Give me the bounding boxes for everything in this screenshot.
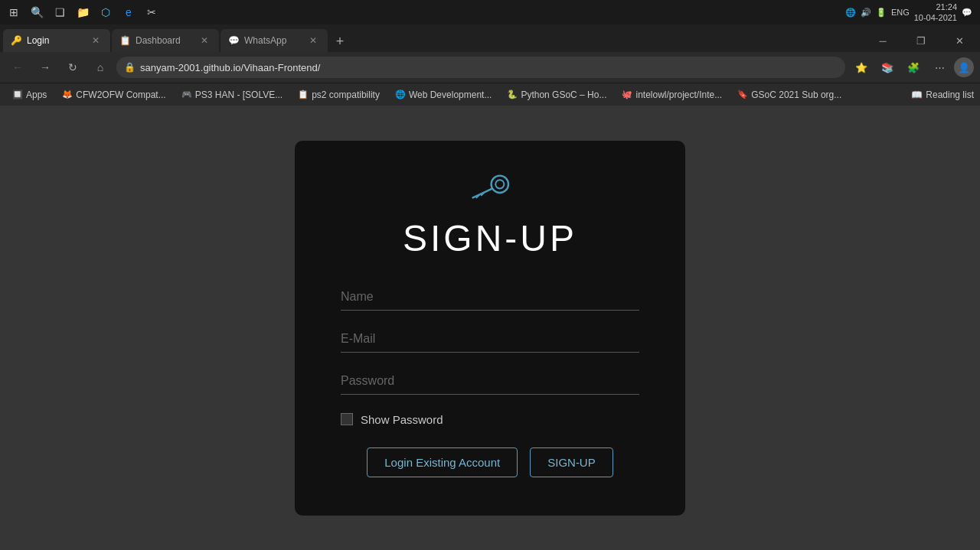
bookmark-ps2[interactable]: 📋 ps2 compatibility	[292, 88, 386, 102]
button-row: Login Existing Account SIGN-UP	[341, 447, 639, 477]
bookmark-gsoc[interactable]: 🔖 GSoC 2021 Sub org...	[731, 88, 848, 102]
file-explorer-button[interactable]: 📁	[72, 2, 93, 23]
svg-line-2	[473, 189, 492, 197]
profile-button[interactable]: 👤	[954, 57, 974, 77]
signup-card: SIGN-UP Show Password Login Existing Acc…	[295, 141, 685, 516]
lang-indicator: ENG	[891, 8, 910, 17]
nav-bar: ← → ↻ ⌂ 🔒 sanyam-2001.github.io/Vihaan-F…	[0, 52, 980, 83]
ie-icon[interactable]: e	[118, 2, 139, 23]
minimize-button[interactable]: ─	[865, 29, 900, 52]
restore-button[interactable]: ❐	[903, 29, 939, 52]
battery-icon: 🔋	[876, 8, 887, 18]
window-controls: ─ ❐ ✕	[865, 29, 977, 52]
bookmark-label-ps3: PS3 HAN - [SOLVE...	[195, 89, 283, 100]
bookmark-label-webdev: Web Development...	[409, 89, 492, 100]
reading-list-icon: 📖	[911, 89, 923, 100]
start-button[interactable]: ⊞	[3, 2, 24, 23]
network-icon: 🌐	[845, 8, 856, 18]
address-text: sanyam-2001.github.io/Vihaan-Frontend/	[140, 62, 838, 73]
login-existing-button[interactable]: Login Existing Account	[367, 447, 518, 477]
page-content: SIGN-UP Show Password Login Existing Acc…	[0, 106, 980, 550]
bookmark-label-apps: Apps	[26, 89, 47, 100]
bookmark-ps3[interactable]: 🎮 PS3 HAN - [SOLVE...	[175, 88, 289, 102]
snip-icon[interactable]: ✂	[141, 2, 162, 23]
password-input[interactable]	[341, 368, 639, 395]
svg-point-1	[495, 180, 504, 188]
browser-window: 🔑 Login ✕ 📋 Dashboard ✕ 💬 WhatsApp ✕ + ─…	[0, 24, 980, 550]
tab-whatsapp[interactable]: 💬 WhatsApp ✕	[220, 29, 328, 52]
tab-close-dashboard[interactable]: ✕	[198, 34, 211, 47]
tab-favicon-whatsapp: 💬	[228, 35, 240, 46]
tab-favicon-dashboard: 📋	[119, 35, 131, 46]
bookmark-webdev[interactable]: 🌐 Web Development...	[389, 88, 498, 102]
refresh-button[interactable]: ↻	[61, 56, 84, 79]
tab-label-dashboard: Dashboard	[136, 35, 193, 46]
reading-list-label: Reading list	[926, 89, 974, 100]
email-field-group	[341, 326, 639, 353]
tab-close-whatsapp[interactable]: ✕	[306, 34, 320, 47]
lock-icon: 🔒	[124, 62, 136, 73]
taskbar-right: 🌐 🔊 🔋 ENG 21:24 10-04-2021 💬	[845, 2, 977, 24]
bookmark-favicon-gsoc: 🔖	[737, 89, 748, 99]
edge-browser-icon[interactable]: ⬡	[95, 2, 116, 23]
signup-title: SIGN-UP	[403, 217, 577, 259]
name-input[interactable]	[341, 284, 639, 311]
bookmark-favicon-cfw2ofw: 🦊	[62, 89, 73, 99]
nav-right-controls: ⭐ 📚 🧩 ⋯ 👤	[850, 56, 974, 79]
email-input[interactable]	[341, 326, 639, 353]
bookmark-python[interactable]: 🐍 Python GSoC – Ho...	[501, 88, 612, 102]
clock: 21:24 10-04-2021	[914, 2, 957, 24]
bookmark-favicon-webdev: 🌐	[395, 89, 406, 99]
bookmark-favicon-python: 🐍	[507, 89, 518, 99]
bookmark-label-python: Python GSoC – Ho...	[521, 89, 606, 100]
settings-icon[interactable]: ⋯	[928, 56, 951, 79]
bookmark-label-ps2: ps2 compatibility	[312, 89, 380, 100]
home-button[interactable]: ⌂	[89, 56, 112, 79]
bookmark-label-intelowl: intelowl/project/Inte...	[635, 89, 722, 100]
bookmark-favicon-ps3: 🎮	[181, 89, 192, 99]
tab-label-login: Login	[27, 35, 84, 46]
task-view-button[interactable]: ❑	[49, 2, 70, 23]
collections-icon[interactable]: 📚	[876, 56, 899, 79]
back-button[interactable]: ←	[6, 56, 29, 79]
notification-icon[interactable]: 💬	[962, 8, 972, 18]
volume-icon: 🔊	[861, 8, 871, 18]
key-icon	[466, 171, 514, 205]
tab-label-whatsapp: WhatsApp	[244, 35, 302, 46]
reading-list-button[interactable]: 📖 Reading list	[911, 89, 974, 100]
address-bar[interactable]: 🔒 sanyam-2001.github.io/Vihaan-Frontend/	[116, 57, 845, 78]
tab-favicon-login: 🔑	[11, 35, 22, 46]
show-password-label[interactable]: Show Password	[361, 413, 443, 426]
bookmark-favicon-apps: 🔲	[12, 89, 23, 99]
password-field-group	[341, 368, 639, 395]
bookmark-cfw2ofw[interactable]: 🦊 CFW2OFW Compat...	[56, 88, 172, 102]
bookmark-intelowl[interactable]: 🐙 intelowl/project/Inte...	[616, 88, 728, 102]
taskbar: ⊞ 🔍 ❑ 📁 ⬡ e ✂ 🌐 🔊 🔋 ENG 21:24 10-04-2021…	[0, 0, 980, 24]
extension-icon[interactable]: 🧩	[902, 56, 925, 79]
bookmark-favicon-ps2: 📋	[298, 89, 309, 99]
tab-dashboard[interactable]: 📋 Dashboard ✕	[112, 29, 219, 52]
name-field-group	[341, 284, 639, 311]
bookmark-favicon-intelowl: 🐙	[622, 89, 632, 99]
new-tab-button[interactable]: +	[329, 31, 351, 52]
show-password-checkbox[interactable]	[341, 413, 353, 425]
tab-bar: 🔑 Login ✕ 📋 Dashboard ✕ 💬 WhatsApp ✕ + ─…	[0, 24, 980, 52]
forward-button[interactable]: →	[34, 56, 57, 79]
svg-point-0	[492, 175, 508, 192]
bookmark-label-gsoc: GSoC 2021 Sub org...	[751, 89, 841, 100]
close-button[interactable]: ✕	[942, 29, 977, 52]
bookmark-label-cfw2ofw: CFW2OFW Compat...	[76, 89, 165, 100]
signup-button[interactable]: SIGN-UP	[530, 447, 613, 477]
tab-close-login[interactable]: ✕	[89, 34, 103, 47]
bookmarks-bar: 🔲 Apps 🦊 CFW2OFW Compat... 🎮 PS3 HAN - […	[0, 83, 980, 106]
tab-login[interactable]: 🔑 Login ✕	[3, 29, 110, 52]
favorites-icon[interactable]: ⭐	[850, 56, 873, 79]
search-button[interactable]: 🔍	[26, 2, 47, 23]
show-password-row: Show Password	[341, 413, 639, 426]
bookmark-apps[interactable]: 🔲 Apps	[6, 88, 53, 102]
